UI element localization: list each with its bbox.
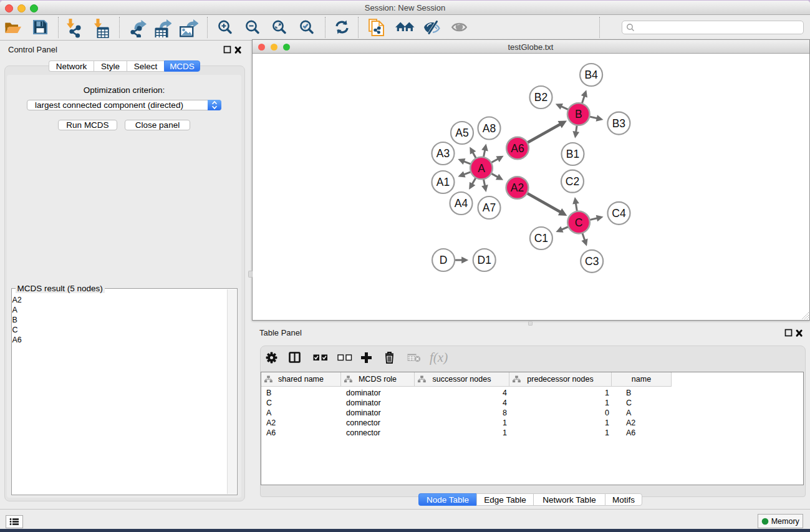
svg-text:A: A: [478, 162, 485, 175]
svg-text:A7: A7: [482, 201, 495, 214]
svg-text:C4: C4: [612, 207, 626, 220]
svg-text:D1: D1: [477, 254, 491, 266]
svg-text:A8: A8: [482, 122, 495, 135]
svg-text:C1: C1: [534, 232, 547, 244]
svg-text:B4: B4: [584, 69, 598, 81]
svg-text:B: B: [574, 108, 582, 120]
svg-text:B1: B1: [566, 148, 579, 160]
svg-text:A6: A6: [511, 142, 524, 155]
svg-text:A2: A2: [510, 181, 523, 194]
svg-text:C2: C2: [565, 175, 579, 188]
svg-text:C3: C3: [585, 255, 599, 268]
svg-text:A1: A1: [436, 176, 449, 188]
svg-text:A3: A3: [436, 147, 449, 160]
svg-text:B3: B3: [612, 117, 625, 130]
svg-text:D: D: [439, 254, 447, 266]
svg-text:A4: A4: [454, 197, 468, 210]
svg-text:B2: B2: [534, 91, 547, 104]
svg-text:C: C: [574, 216, 582, 229]
svg-text:A5: A5: [455, 127, 468, 139]
